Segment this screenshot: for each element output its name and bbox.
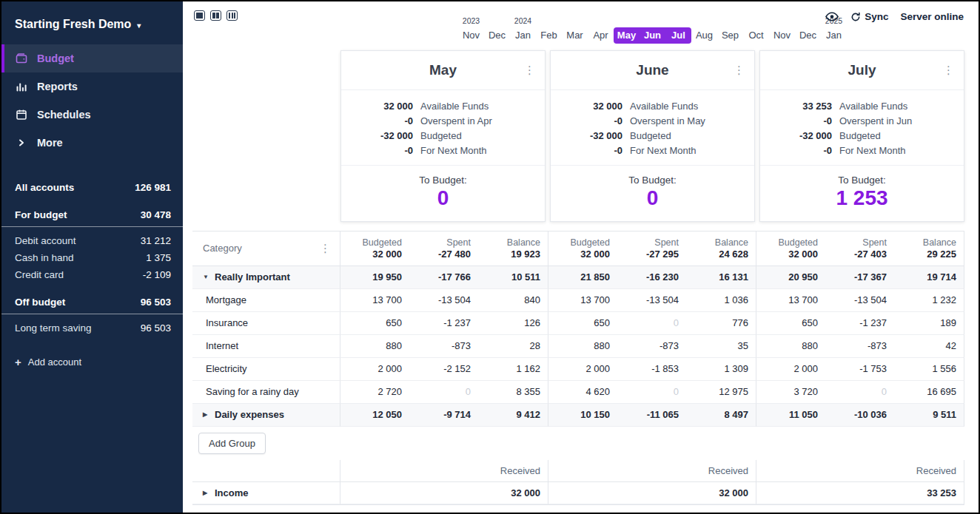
account-item-debit[interactable]: Debit account 31 212 xyxy=(1,232,183,249)
spent-cell[interactable]: -16 230 xyxy=(617,266,686,289)
account-item-long-term-saving[interactable]: Long term saving 96 503 xyxy=(1,319,183,337)
spent-cell[interactable]: -1 237 xyxy=(825,312,894,335)
timeline-month[interactable]: Dec xyxy=(795,16,821,44)
account-group-all[interactable]: All accounts 126 981 xyxy=(1,179,183,196)
category-cell[interactable]: Saving for a rainy day xyxy=(192,381,340,404)
balance-cell[interactable]: 8 355 xyxy=(478,381,548,404)
spent-cell[interactable]: -873 xyxy=(409,335,478,358)
budget-file-switcher[interactable]: Starting Fresh Demo ▾ xyxy=(1,18,183,44)
add-group-button[interactable]: Add Group xyxy=(198,433,266,454)
timeline-month-selected[interactable]: Jul xyxy=(665,16,691,44)
timeline-month-selected[interactable]: Jun xyxy=(640,16,665,44)
month-menu-icon[interactable]: ⋮ xyxy=(524,64,535,77)
budgeted-cell[interactable]: 12 050 xyxy=(340,404,409,427)
timeline-month[interactable]: 2024Jan xyxy=(510,16,536,44)
budgeted-cell[interactable]: 650 xyxy=(756,312,825,335)
budgeted-cell[interactable]: 13 700 xyxy=(340,289,409,312)
caret-right-icon[interactable]: ▶ xyxy=(203,490,210,496)
spent-cell[interactable]: -873 xyxy=(825,335,894,358)
budgeted-cell[interactable]: 11 050 xyxy=(756,404,825,427)
balance-cell[interactable]: 35 xyxy=(686,335,756,358)
spent-cell[interactable]: -1 753 xyxy=(825,358,894,381)
budgeted-cell[interactable]: 2 000 xyxy=(756,358,825,381)
category-menu-icon[interactable]: ⋮ xyxy=(320,242,331,255)
timeline-month[interactable]: Dec xyxy=(484,16,510,44)
category-cell[interactable]: Electricity xyxy=(192,358,340,381)
category-cell[interactable]: Insurance xyxy=(192,312,340,335)
spent-cell[interactable]: -13 504 xyxy=(617,289,686,312)
budgeted-cell[interactable]: 3 720 xyxy=(756,381,825,404)
balance-cell[interactable]: 10 511 xyxy=(478,266,548,289)
timeline-month[interactable]: Feb xyxy=(536,16,562,44)
timeline-month[interactable]: Nov xyxy=(769,16,795,44)
spent-cell[interactable]: -1 237 xyxy=(409,312,478,335)
timeline-month[interactable]: Sep xyxy=(717,16,743,44)
balance-cell[interactable]: 1 309 xyxy=(686,358,756,381)
account-item-cash[interactable]: Cash in hand 1 375 xyxy=(1,249,183,266)
spent-cell[interactable]: 0 xyxy=(409,381,478,404)
budgeted-cell[interactable]: 2 000 xyxy=(548,358,617,381)
budgeted-cell[interactable]: 13 700 xyxy=(548,289,617,312)
account-group-for-budget[interactable]: For budget 30 478 xyxy=(1,206,183,227)
budgeted-cell[interactable]: 21 850 xyxy=(548,266,617,289)
spent-cell[interactable]: -1 853 xyxy=(617,358,686,381)
balance-cell[interactable]: 126 xyxy=(478,312,548,335)
sidebar-item-budget[interactable]: Budget xyxy=(1,44,183,72)
balance-cell[interactable]: 12 975 xyxy=(686,381,756,404)
spent-cell[interactable]: -17 367 xyxy=(825,266,894,289)
budgeted-cell[interactable]: 4 620 xyxy=(548,381,617,404)
category-cell[interactable]: ▼Really Important xyxy=(192,266,340,289)
spent-cell[interactable]: -2 152 xyxy=(409,358,478,381)
caret-right-icon[interactable]: ▶ xyxy=(203,411,210,418)
spent-cell[interactable]: -9 714 xyxy=(409,404,478,427)
budgeted-cell[interactable]: 2 000 xyxy=(340,358,409,381)
month-menu-icon[interactable]: ⋮ xyxy=(943,64,954,77)
timeline-month[interactable]: Apr xyxy=(588,16,614,44)
timeline-month[interactable]: Aug xyxy=(691,16,717,44)
timeline-month-selected[interactable]: May xyxy=(614,16,640,44)
budgeted-cell[interactable]: 650 xyxy=(548,312,617,335)
three-month-view-icon[interactable] xyxy=(226,10,238,21)
account-item-credit-card[interactable]: Credit card -2 109 xyxy=(1,266,183,283)
spent-cell[interactable]: -17 766 xyxy=(409,266,478,289)
one-month-view-icon[interactable] xyxy=(194,10,205,21)
balance-cell[interactable]: 28 xyxy=(478,335,548,358)
balance-cell[interactable]: 1 556 xyxy=(894,358,964,381)
spent-cell[interactable]: -10 036 xyxy=(825,404,894,427)
to-budget-amount[interactable]: 1 253 xyxy=(760,187,964,210)
income-amount[interactable]: 33 253 xyxy=(894,482,964,504)
balance-cell[interactable]: 9 511 xyxy=(894,404,964,427)
privacy-eye-icon[interactable] xyxy=(825,11,839,22)
income-amount[interactable]: 32 000 xyxy=(478,482,548,504)
balance-cell[interactable]: 840 xyxy=(478,289,548,312)
balance-cell[interactable]: 42 xyxy=(894,335,964,358)
budgeted-cell[interactable]: 13 700 xyxy=(756,289,825,312)
balance-cell[interactable]: 19 714 xyxy=(894,266,964,289)
sidebar-item-schedules[interactable]: Schedules xyxy=(1,101,183,129)
add-account-button[interactable]: + Add account xyxy=(1,337,183,388)
budgeted-cell[interactable]: 880 xyxy=(548,335,617,358)
budgeted-cell[interactable]: 880 xyxy=(756,335,825,358)
sidebar-item-reports[interactable]: Reports xyxy=(1,72,183,101)
timeline-month[interactable]: 2023Nov xyxy=(458,16,484,44)
spent-cell[interactable]: -873 xyxy=(617,335,686,358)
to-budget-amount[interactable]: 0 xyxy=(341,187,545,210)
two-month-view-icon[interactable] xyxy=(210,10,221,21)
balance-cell[interactable]: 16 131 xyxy=(686,266,756,289)
budgeted-cell[interactable]: 2 720 xyxy=(340,381,409,404)
spent-cell[interactable]: -13 504 xyxy=(825,289,894,312)
spent-cell[interactable]: 0 xyxy=(617,312,686,335)
income-amount[interactable]: 32 000 xyxy=(686,482,756,504)
budgeted-cell[interactable]: 10 150 xyxy=(548,404,617,427)
budgeted-cell[interactable]: 20 950 xyxy=(756,266,825,289)
server-status[interactable]: Server online xyxy=(900,11,964,22)
balance-cell[interactable]: 8 497 xyxy=(686,404,756,427)
to-budget-amount[interactable]: 0 xyxy=(551,187,754,210)
category-cell[interactable]: Mortgage xyxy=(192,289,340,312)
caret-down-icon[interactable]: ▼ xyxy=(203,274,210,280)
spent-cell[interactable]: 0 xyxy=(617,381,686,404)
balance-cell[interactable]: 1 232 xyxy=(894,289,964,312)
balance-cell[interactable]: 189 xyxy=(894,312,964,335)
balance-cell[interactable]: 1 036 xyxy=(686,289,756,312)
budgeted-cell[interactable]: 19 950 xyxy=(340,266,409,289)
